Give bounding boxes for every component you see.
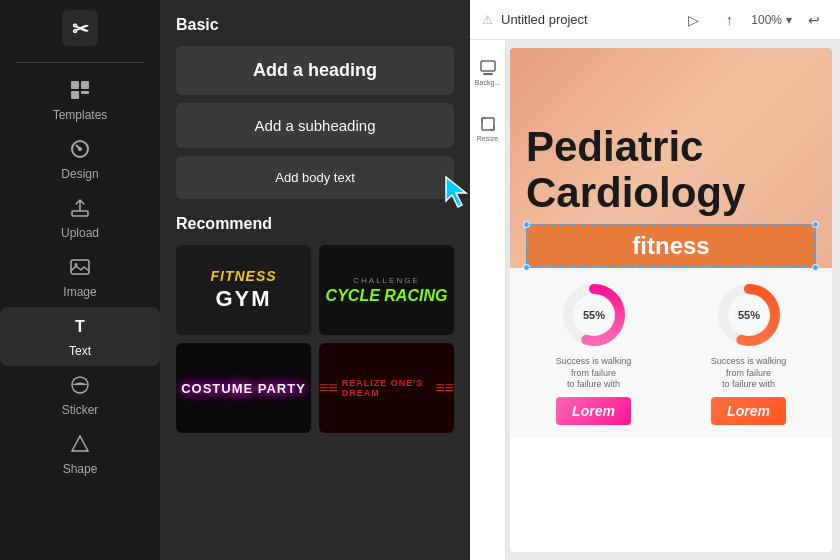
- selection-dot-bl: [523, 264, 530, 271]
- svg-rect-2: [71, 81, 79, 89]
- sidebar-item-upload[interactable]: Upload: [0, 189, 160, 248]
- sidebar-label-sticker: Sticker: [62, 403, 99, 417]
- preview-main-title: PediatricCardiology: [526, 124, 745, 216]
- zoom-control[interactable]: 100% ▾: [751, 13, 792, 27]
- upload-icon: [69, 197, 91, 222]
- chart-item-1: 55% Success is walkingfrom failureto fai…: [522, 280, 665, 425]
- fitness-text: FITNESS: [210, 268, 276, 284]
- svg-text:55%: 55%: [737, 309, 759, 321]
- sticker-icon: [69, 374, 91, 399]
- app-logo: ✂: [62, 10, 98, 46]
- canvas-mini-sidebar: Backg... Resize: [470, 40, 506, 560]
- add-heading-button[interactable]: Add a heading: [176, 46, 454, 95]
- background-label: Backg...: [475, 79, 500, 86]
- svg-text:55%: 55%: [582, 309, 604, 321]
- sidebar-item-image[interactable]: Image: [0, 248, 160, 307]
- share-button[interactable]: ↑: [715, 6, 743, 34]
- sidebar-item-shape[interactable]: Shape: [0, 425, 160, 484]
- canvas-title: Untitled project: [501, 12, 671, 27]
- sidebar-label-templates: Templates: [53, 108, 108, 122]
- undo-button[interactable]: ↩: [800, 6, 828, 34]
- sidebar-item-templates[interactable]: Templates: [0, 71, 160, 130]
- preview-top: PediatricCardiology fitness: [510, 48, 832, 268]
- svg-rect-15: [483, 73, 493, 75]
- donut-chart-2: 55%: [714, 280, 784, 350]
- sidebar-label-design: Design: [61, 167, 98, 181]
- preview-subtitle[interactable]: fitness: [526, 224, 816, 268]
- design-icon: [69, 138, 91, 163]
- preview-bottom: 55% Success is walkingfrom failureto fai…: [510, 268, 832, 437]
- challenge-text: CHALLENGE: [353, 276, 419, 285]
- wings-left-icon: ≡≡: [319, 379, 338, 397]
- svg-rect-8: [72, 211, 88, 216]
- sidebar-item-design[interactable]: Design: [0, 130, 160, 189]
- add-subheading-button[interactable]: Add a subheading: [176, 103, 454, 148]
- template-realize-dream[interactable]: ≡≡ REALIZE ONE'S DREAM ≡≡: [319, 343, 454, 433]
- template-grid: FITNESS GYM CHALLENGE CYCLE RACING COSTU…: [176, 245, 454, 433]
- subtitle-container[interactable]: fitness: [526, 224, 816, 268]
- shape-icon: [69, 433, 91, 458]
- image-icon: [69, 256, 91, 281]
- recommend-section-title: Recommend: [176, 215, 454, 233]
- gym-text: GYM: [215, 286, 271, 312]
- cursor: [442, 173, 470, 213]
- sidebar: ✂ Templates Design: [0, 0, 160, 560]
- sidebar-label-text: Text: [69, 344, 91, 358]
- sidebar-item-text[interactable]: T Text: [0, 307, 160, 366]
- canvas-content: Backg... Resize PediatricCardiology fitn…: [470, 40, 840, 560]
- zoom-chevron: ▾: [786, 13, 792, 27]
- chart-label-1: Success is walkingfrom failureto failure…: [556, 356, 632, 391]
- selection-dot-br: [812, 264, 819, 271]
- svg-rect-5: [81, 91, 89, 94]
- svg-rect-3: [81, 81, 89, 89]
- canvas-toolbar: ⚠ Untitled project ▷ ↑ 100% ▾ ↩: [470, 0, 840, 40]
- chart-label-2: Success is walkingfrom failureto failure…: [711, 356, 787, 391]
- templates-icon: [69, 79, 91, 104]
- svg-rect-4: [71, 91, 79, 99]
- sidebar-label-upload: Upload: [61, 226, 99, 240]
- donut-chart-1: 55%: [559, 280, 629, 350]
- template-costume-party[interactable]: COSTUME PARTY: [176, 343, 311, 433]
- resize-label: Resize: [477, 135, 498, 142]
- basic-section-title: Basic: [176, 16, 454, 34]
- zoom-value: 100%: [751, 13, 782, 27]
- background-btn[interactable]: Backg...: [474, 48, 502, 96]
- svg-rect-9: [71, 260, 89, 274]
- resize-btn[interactable]: Resize: [474, 104, 502, 152]
- chart-item-2: 55% Success is walkingfrom failureto fai…: [677, 280, 820, 425]
- selection-dot-tr: [812, 221, 819, 228]
- canvas-area: ⚠ Untitled project ▷ ↑ 100% ▾ ↩ Backg...: [470, 0, 840, 560]
- sidebar-label-image: Image: [63, 285, 96, 299]
- svg-marker-13: [446, 177, 466, 207]
- lorem-button-2[interactable]: Lorem: [711, 397, 786, 425]
- sidebar-item-sticker[interactable]: Sticker: [0, 366, 160, 425]
- design-preview: PediatricCardiology fitness: [510, 48, 832, 552]
- template-fitness-gym[interactable]: FITNESS GYM: [176, 245, 311, 335]
- sidebar-label-shape: Shape: [63, 462, 98, 476]
- svg-point-7: [78, 147, 82, 151]
- add-body-button[interactable]: Add body text: [176, 156, 454, 199]
- warning-icon: ⚠: [482, 13, 493, 27]
- svg-rect-16: [482, 118, 494, 130]
- svg-text:T: T: [75, 318, 85, 335]
- selection-dot-tl: [523, 221, 530, 228]
- svg-rect-14: [481, 61, 495, 71]
- play-button[interactable]: ▷: [679, 6, 707, 34]
- realize-dream-text: REALIZE ONE'S DREAM: [342, 378, 432, 398]
- template-cycle-racing[interactable]: CHALLENGE CYCLE RACING: [319, 245, 454, 335]
- wings-right-icon: ≡≡: [435, 379, 454, 397]
- text-icon: T: [69, 315, 91, 340]
- lorem-button-1[interactable]: Lorem: [556, 397, 631, 425]
- costume-party-text: COSTUME PARTY: [181, 381, 306, 396]
- svg-text:✂: ✂: [72, 18, 89, 40]
- cycle-racing-text: CYCLE RACING: [326, 287, 448, 305]
- text-panel: Basic Add a heading Add a subheading Add…: [160, 0, 470, 560]
